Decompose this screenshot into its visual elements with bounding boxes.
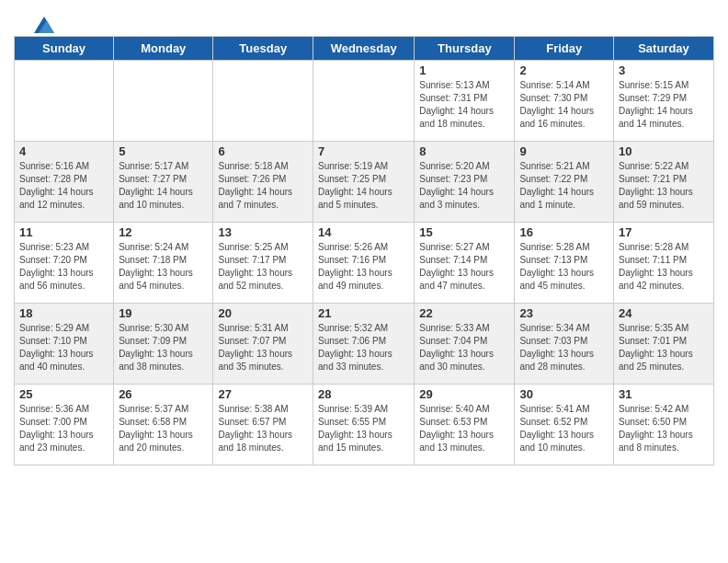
calendar-day-26: 26Sunrise: 5:37 AMSunset: 6:58 PMDayligh… [114,385,213,465]
day-number: 18 [19,306,108,320]
calendar-day-9: 9Sunrise: 5:21 AMSunset: 7:22 PMDaylight… [515,142,614,223]
day-info: Sunrise: 5:20 AMSunset: 7:23 PMDaylight:… [419,160,509,212]
day-number: 12 [119,225,208,239]
weekday-header-row: SundayMondayTuesdayWednesdayThursdayFrid… [15,37,714,61]
day-info: Sunrise: 5:15 AMSunset: 7:29 PMDaylight:… [619,79,709,131]
weekday-header-tuesday: Tuesday [213,37,313,61]
calendar-week-2: 4Sunrise: 5:16 AMSunset: 7:28 PMDaylight… [15,142,714,223]
day-info: Sunrise: 5:24 AMSunset: 7:18 PMDaylight:… [119,241,208,293]
day-info: Sunrise: 5:29 AMSunset: 7:10 PMDaylight:… [19,322,108,373]
day-info: Sunrise: 5:38 AMSunset: 6:57 PMDaylight:… [218,403,308,454]
day-info: Sunrise: 5:14 AMSunset: 7:30 PMDaylight:… [519,79,609,131]
day-number: 16 [519,225,609,239]
calendar-day-25: 25Sunrise: 5:36 AMSunset: 7:00 PMDayligh… [15,385,114,465]
calendar-day-4: 4Sunrise: 5:16 AMSunset: 7:28 PMDaylight… [15,142,114,223]
day-info: Sunrise: 5:28 AMSunset: 7:13 PMDaylight:… [519,241,609,293]
day-info: Sunrise: 5:30 AMSunset: 7:09 PMDaylight:… [119,322,208,373]
day-info: Sunrise: 5:32 AMSunset: 7:06 PMDaylight:… [318,322,409,373]
calendar-day-empty [313,61,415,142]
weekday-header-friday: Friday [515,37,614,61]
day-number: 24 [619,306,709,320]
calendar-day-11: 11Sunrise: 5:23 AMSunset: 7:20 PMDayligh… [15,223,114,304]
day-number: 23 [519,306,609,320]
calendar-week-3: 11Sunrise: 5:23 AMSunset: 7:20 PMDayligh… [15,223,714,304]
day-info: Sunrise: 5:39 AMSunset: 6:55 PMDaylight:… [318,403,409,454]
calendar-day-1: 1Sunrise: 5:13 AMSunset: 7:31 PMDaylight… [415,61,515,142]
day-number: 29 [419,387,509,401]
calendar-day-14: 14Sunrise: 5:26 AMSunset: 7:16 PMDayligh… [313,223,415,304]
day-info: Sunrise: 5:26 AMSunset: 7:16 PMDaylight:… [318,241,409,293]
day-number: 27 [218,387,308,401]
calendar-day-24: 24Sunrise: 5:35 AMSunset: 7:01 PMDayligh… [614,304,714,385]
day-number: 28 [318,387,409,401]
calendar-week-5: 25Sunrise: 5:36 AMSunset: 7:00 PMDayligh… [15,385,714,465]
calendar-day-28: 28Sunrise: 5:39 AMSunset: 6:55 PMDayligh… [313,385,415,465]
day-number: 9 [519,144,609,158]
day-info: Sunrise: 5:28 AMSunset: 7:11 PMDaylight:… [619,241,709,293]
day-info: Sunrise: 5:36 AMSunset: 7:00 PMDaylight:… [19,403,108,454]
calendar-week-4: 18Sunrise: 5:29 AMSunset: 7:10 PMDayligh… [15,304,714,385]
calendar-week-1: 1Sunrise: 5:13 AMSunset: 7:31 PMDaylight… [15,61,714,142]
calendar-day-12: 12Sunrise: 5:24 AMSunset: 7:18 PMDayligh… [114,223,213,304]
day-number: 6 [218,144,308,158]
calendar-day-20: 20Sunrise: 5:31 AMSunset: 7:07 PMDayligh… [213,304,313,385]
day-info: Sunrise: 5:17 AMSunset: 7:27 PMDaylight:… [119,160,208,212]
calendar-day-13: 13Sunrise: 5:25 AMSunset: 7:17 PMDayligh… [213,223,313,304]
day-info: Sunrise: 5:42 AMSunset: 6:50 PMDaylight:… [619,403,709,454]
day-info: Sunrise: 5:41 AMSunset: 6:52 PMDaylight:… [519,403,609,454]
day-number: 30 [519,387,609,401]
day-number: 2 [519,63,609,77]
weekday-header-sunday: Sunday [15,37,114,61]
weekday-header-wednesday: Wednesday [313,37,415,61]
day-number: 21 [318,306,409,320]
day-info: Sunrise: 5:18 AMSunset: 7:26 PMDaylight:… [218,160,308,212]
calendar-day-empty [15,61,114,142]
day-number: 10 [619,144,709,158]
calendar-day-empty [213,61,313,142]
day-info: Sunrise: 5:31 AMSunset: 7:07 PMDaylight:… [218,322,308,373]
calendar-day-5: 5Sunrise: 5:17 AMSunset: 7:27 PMDaylight… [114,142,213,223]
calendar-day-18: 18Sunrise: 5:29 AMSunset: 7:10 PMDayligh… [15,304,114,385]
day-number: 4 [19,144,108,158]
day-info: Sunrise: 5:33 AMSunset: 7:04 PMDaylight:… [419,322,509,373]
calendar-day-empty [114,61,213,142]
day-info: Sunrise: 5:25 AMSunset: 7:17 PMDaylight:… [218,241,308,293]
day-info: Sunrise: 5:27 AMSunset: 7:14 PMDaylight:… [419,241,509,293]
weekday-header-saturday: Saturday [614,37,714,61]
day-number: 20 [218,306,308,320]
logo-icon [34,17,54,33]
day-info: Sunrise: 5:23 AMSunset: 7:20 PMDaylight:… [19,241,108,293]
calendar-day-29: 29Sunrise: 5:40 AMSunset: 6:53 PMDayligh… [415,385,515,465]
calendar-day-30: 30Sunrise: 5:41 AMSunset: 6:52 PMDayligh… [515,385,614,465]
day-number: 31 [619,387,709,401]
weekday-header-thursday: Thursday [415,37,515,61]
calendar-day-3: 3Sunrise: 5:15 AMSunset: 7:29 PMDaylight… [614,61,714,142]
day-number: 22 [419,306,509,320]
calendar-day-17: 17Sunrise: 5:28 AMSunset: 7:11 PMDayligh… [614,223,714,304]
day-number: 3 [619,63,709,77]
day-info: Sunrise: 5:13 AMSunset: 7:31 PMDaylight:… [419,79,509,131]
calendar-day-19: 19Sunrise: 5:30 AMSunset: 7:09 PMDayligh… [114,304,213,385]
day-info: Sunrise: 5:40 AMSunset: 6:53 PMDaylight:… [419,403,509,454]
day-info: Sunrise: 5:35 AMSunset: 7:01 PMDaylight:… [619,322,709,373]
day-info: Sunrise: 5:19 AMSunset: 7:25 PMDaylight:… [318,160,409,212]
calendar-day-10: 10Sunrise: 5:22 AMSunset: 7:21 PMDayligh… [614,142,714,223]
logo [32,17,54,31]
day-info: Sunrise: 5:21 AMSunset: 7:22 PMDaylight:… [519,160,609,212]
calendar-day-21: 21Sunrise: 5:32 AMSunset: 7:06 PMDayligh… [313,304,415,385]
day-number: 1 [419,63,509,77]
calendar-day-6: 6Sunrise: 5:18 AMSunset: 7:26 PMDaylight… [213,142,313,223]
day-number: 5 [119,144,208,158]
day-number: 25 [19,387,108,401]
calendar-day-27: 27Sunrise: 5:38 AMSunset: 6:57 PMDayligh… [213,385,313,465]
day-number: 19 [119,306,208,320]
day-number: 8 [419,144,509,158]
day-info: Sunrise: 5:16 AMSunset: 7:28 PMDaylight:… [19,160,108,212]
day-number: 13 [218,225,308,239]
calendar: SundayMondayTuesdayWednesdayThursdayFrid… [14,36,714,465]
calendar-day-31: 31Sunrise: 5:42 AMSunset: 6:50 PMDayligh… [614,385,714,465]
calendar-day-8: 8Sunrise: 5:20 AMSunset: 7:23 PMDaylight… [415,142,515,223]
calendar-day-2: 2Sunrise: 5:14 AMSunset: 7:30 PMDaylight… [515,61,614,142]
day-number: 11 [19,225,108,239]
day-number: 7 [318,144,409,158]
